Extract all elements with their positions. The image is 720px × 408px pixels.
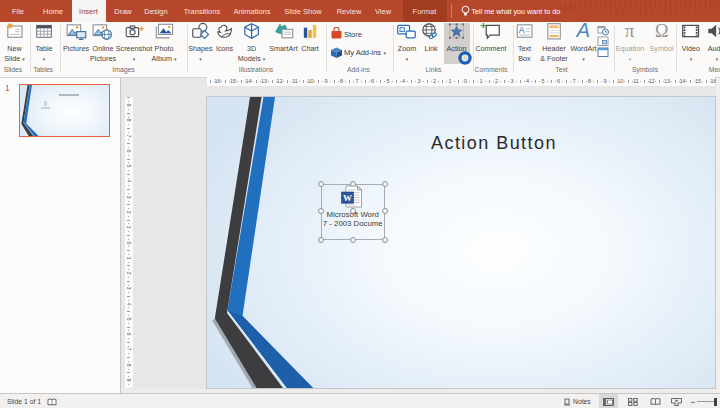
- svg-text:A: A: [519, 25, 525, 35]
- svg-text:Ω: Ω: [655, 21, 668, 40]
- svg-text:A: A: [576, 21, 591, 40]
- svg-text:W: W: [343, 193, 352, 203]
- svg-text:π: π: [625, 21, 635, 40]
